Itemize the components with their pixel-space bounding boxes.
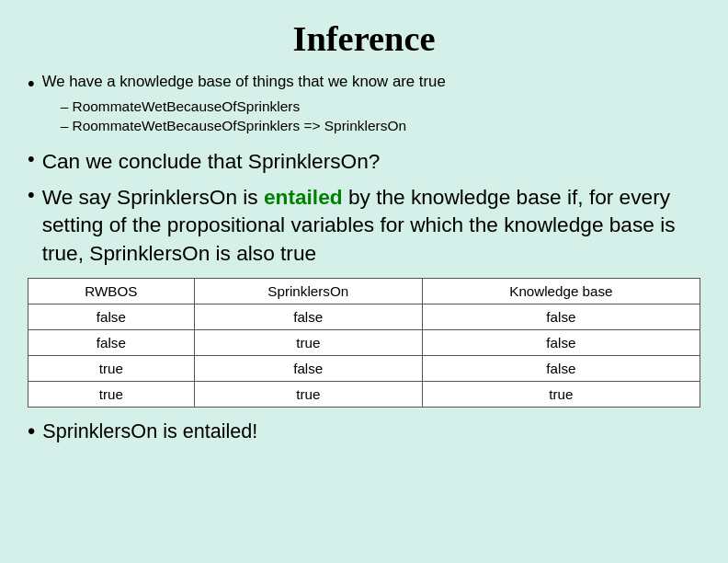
conclusion-item: • SprinklersOn is entailed! xyxy=(28,419,700,444)
table-cell-3-2: true xyxy=(422,382,700,408)
table-cell-2-2: false xyxy=(422,356,700,382)
bullet-1-text: We have a knowledge base of things that … xyxy=(42,73,446,90)
bullet-2: • Can we conclude that SprinklersOn? xyxy=(28,147,700,176)
table-cell-1-2: false xyxy=(422,330,700,356)
bullet-dot-1: • xyxy=(28,72,35,96)
col-header-sprinklerson: SprinklersOn xyxy=(194,279,422,304)
sub-item-1: RoommateWetBecauseOfSprinklers xyxy=(61,97,446,117)
bullet-dot-2: • xyxy=(28,147,35,171)
bullet-3: • We say SprinklersOn is entailed by the… xyxy=(28,183,700,268)
table-cell-1-1: true xyxy=(194,330,422,356)
table-cell-0-2: false xyxy=(422,304,700,330)
conclusion-bullet-dot: • xyxy=(28,419,35,444)
sub-item-2: RoommateWetBecauseOfSprinklers => Sprink… xyxy=(61,116,446,136)
truth-table: RWBOS SprinklersOn Knowledge base falsef… xyxy=(28,278,700,408)
col-header-kb: Knowledge base xyxy=(422,279,700,304)
table-header-row: RWBOS SprinklersOn Knowledge base xyxy=(28,279,700,304)
table-cell-3-0: true xyxy=(28,382,195,408)
conclusion-text: SprinklersOn is entailed! xyxy=(42,419,257,443)
bullet-3-text: We say SprinklersOn is entailed by the k… xyxy=(42,183,700,268)
table-cell-2-1: false xyxy=(194,356,422,382)
table-cell-1-0: false xyxy=(28,330,195,356)
col-header-rwbos: RWBOS xyxy=(28,279,195,304)
table-cell-0-0: false xyxy=(28,304,195,330)
bullet-dot-3: • xyxy=(28,183,35,207)
sub-list-1: RoommateWetBecauseOfSprinklers RoommateW… xyxy=(61,97,446,136)
bullet-1: • We have a knowledge base of things tha… xyxy=(28,72,700,140)
table-row: truetruetrue xyxy=(28,382,700,408)
table-row: truefalsefalse xyxy=(28,356,700,382)
bullet-3-part1: We say SprinklersOn is xyxy=(42,185,264,209)
table-cell-0-1: false xyxy=(194,304,422,330)
table-cell-3-1: true xyxy=(194,382,422,408)
table-cell-2-0: true xyxy=(28,356,195,382)
bullet-2-text: Can we conclude that SprinklersOn? xyxy=(42,147,381,176)
entailed-word: entailed xyxy=(264,185,343,209)
page-title: Inference xyxy=(28,18,700,59)
table-row: falsefalsefalse xyxy=(28,304,700,330)
table-row: falsetruefalse xyxy=(28,330,700,356)
